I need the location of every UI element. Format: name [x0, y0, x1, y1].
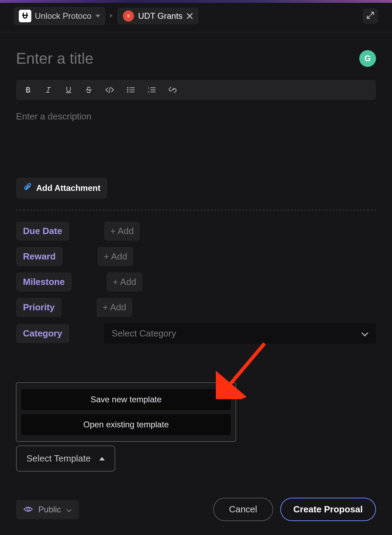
field-milestone: Milestone +Add — [16, 272, 376, 292]
milestone-label: Milestone — [16, 272, 72, 292]
unlock-logo-icon: Ʉ — [19, 10, 31, 22]
main-content: G 12 Add Attachment Due Date +Add Reward… — [0, 32, 392, 344]
template-popup: Save new template Open existing template — [16, 382, 236, 442]
add-due-date-button[interactable]: +Add — [104, 222, 140, 241]
field-category: Category Select Category — [16, 323, 376, 344]
italic-button[interactable] — [45, 86, 52, 94]
create-proposal-button[interactable]: Create Proposal — [280, 498, 376, 521]
triangle-up-icon — [99, 457, 105, 460]
attachment-label: Add Attachment — [36, 183, 100, 193]
visibility-button[interactable]: Public — [16, 500, 79, 519]
chevron-down-icon — [66, 505, 71, 514]
plus-icon: + — [110, 226, 116, 237]
svg-line-5 — [226, 343, 265, 389]
code-button[interactable] — [105, 86, 114, 94]
title-input[interactable] — [16, 50, 359, 67]
breadcrumb-unlock-protocol[interactable]: Ʉ Unlock Protoco — [14, 7, 105, 25]
select-template-label: Select Template — [26, 453, 91, 464]
svg-point-6 — [27, 508, 30, 511]
open-existing-template-option[interactable]: Open existing template — [21, 414, 231, 435]
grammarly-badge-icon[interactable]: G — [359, 50, 376, 67]
link-button[interactable] — [168, 86, 177, 94]
category-placeholder: Select Category — [112, 328, 176, 339]
plus-icon: + — [104, 251, 109, 262]
fields-section: Due Date +Add Reward +Add Milestone +Add… — [16, 222, 376, 344]
tab-label: UDT Grants — [138, 11, 183, 21]
bold-button[interactable] — [24, 86, 32, 94]
plus-icon: + — [103, 302, 108, 313]
add-reward-button[interactable]: +Add — [97, 247, 133, 266]
plus-icon: + — [113, 277, 118, 287]
priority-label: Priority — [16, 298, 62, 317]
tab-udt-grants[interactable]: ≡ UDT Grants — [117, 8, 199, 24]
due-date-label: Due Date — [16, 222, 69, 241]
add-attachment-button[interactable]: Add Attachment — [16, 178, 107, 199]
ordered-list-button[interactable]: 12 — [148, 86, 156, 94]
breadcrumb-separator-icon — [110, 13, 113, 19]
chevron-down-icon — [95, 14, 101, 18]
description-input[interactable] — [16, 111, 376, 122]
reward-label: Reward — [16, 247, 63, 266]
strikethrough-button[interactable] — [85, 86, 93, 94]
divider — [16, 210, 376, 210]
breadcrumb-label: Unlock Protoco — [35, 11, 92, 21]
unordered-list-button[interactable] — [127, 86, 135, 94]
underline-button[interactable] — [65, 86, 72, 94]
category-label: Category — [16, 324, 69, 343]
title-row: G — [16, 50, 376, 67]
visibility-label: Public — [38, 505, 61, 514]
udt-grants-icon: ≡ — [123, 10, 134, 22]
svg-point-2 — [127, 91, 128, 93]
svg-text:1: 1 — [148, 86, 149, 90]
field-due-date: Due Date +Add — [16, 222, 376, 241]
top-gradient-bar — [0, 0, 392, 3]
editor-toolbar: 12 — [16, 80, 376, 100]
expand-button[interactable] — [363, 8, 378, 24]
svg-text:2: 2 — [148, 90, 149, 94]
add-milestone-button[interactable]: +Add — [107, 272, 142, 292]
field-priority: Priority +Add — [16, 298, 376, 317]
eye-icon — [24, 505, 33, 514]
chevron-down-icon — [361, 328, 368, 339]
field-reward: Reward +Add — [16, 247, 376, 266]
paperclip-icon — [23, 183, 31, 194]
svg-point-0 — [127, 87, 128, 88]
footer: Public Cancel Create Proposal — [0, 489, 392, 535]
cancel-button[interactable]: Cancel — [213, 498, 273, 521]
add-priority-button[interactable]: +Add — [96, 298, 132, 317]
save-new-template-option[interactable]: Save new template — [21, 389, 231, 410]
header: Ʉ Unlock Protoco ≡ UDT Grants — [0, 0, 392, 32]
category-select[interactable]: Select Category — [104, 323, 376, 344]
select-template-button[interactable]: Select Template — [16, 445, 115, 472]
svg-point-1 — [127, 89, 128, 91]
close-icon[interactable] — [187, 13, 193, 19]
expand-icon — [367, 11, 374, 21]
